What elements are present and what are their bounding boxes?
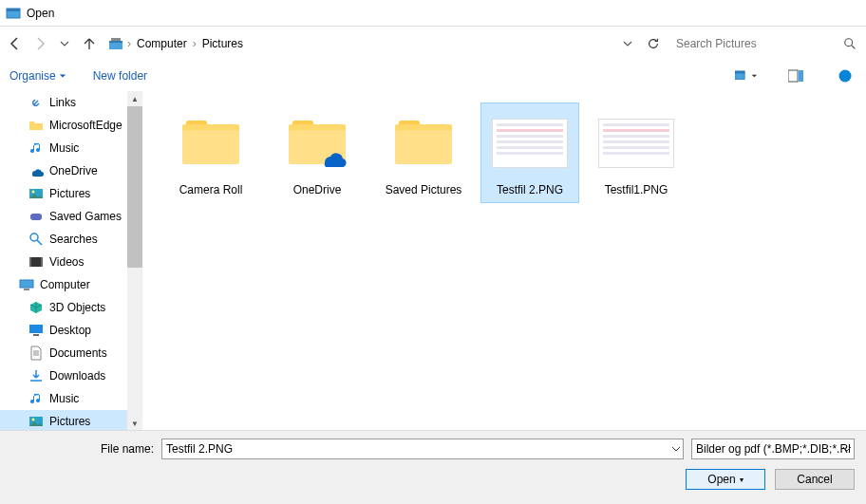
tree-item-searches[interactable]: Searches — [0, 228, 142, 251]
scroll-thumb[interactable] — [127, 106, 142, 268]
scroll-up-arrow[interactable]: ▲ — [127, 91, 142, 106]
tree-item-label: OneDrive — [49, 164, 98, 177]
item-label: Camera Roll — [179, 183, 243, 196]
item-label: OneDrive — [293, 183, 342, 196]
filename-value: Testfil 2.PNG — [166, 442, 233, 456]
tree-item-pictures[interactable]: Pictures — [0, 182, 142, 205]
tree-item-music[interactable]: Music — [0, 387, 142, 410]
file-item[interactable]: Saved Pictures — [374, 103, 473, 203]
svg-rect-3 — [109, 41, 122, 43]
tree-item-label: MicrosoftEdge — [49, 119, 122, 132]
tree-item-links[interactable]: Links — [0, 91, 142, 114]
location-icon — [108, 36, 123, 51]
recent-locations-dropdown[interactable] — [55, 34, 74, 53]
search-box[interactable] — [670, 32, 860, 55]
address-dropdown-icon[interactable] — [623, 39, 632, 48]
videos-icon — [28, 254, 44, 270]
up-button[interactable] — [80, 34, 99, 53]
organise-label: Organise — [9, 69, 56, 83]
item-thumbnail — [279, 109, 355, 177]
window-title: Open — [27, 7, 54, 20]
scroll-down-arrow[interactable]: ▼ — [127, 416, 142, 431]
svg-point-11 — [839, 70, 852, 83]
refresh-button[interactable] — [642, 32, 665, 55]
dialog-footer: File name: Testfil 2.PNG Bilder og pdf (… — [0, 430, 866, 504]
filetype-value: Bilder og pdf (*.BMP;*.DIB;*.RLE — [696, 442, 850, 456]
breadcrumb-bar[interactable]: › Computer › Pictures — [104, 32, 636, 55]
tree-item-label: Computer — [40, 278, 90, 291]
item-thumbnail — [492, 109, 568, 177]
file-item[interactable]: Testfil1.PNG — [587, 103, 686, 203]
tree-item-pictures[interactable]: Pictures — [0, 410, 142, 431]
sidebar-scrollbar[interactable]: ▲ ▼ — [127, 91, 142, 431]
pictures-icon — [28, 186, 44, 201]
app-icon — [6, 6, 21, 21]
tree-item-label: Music — [49, 141, 79, 155]
organise-menu[interactable]: Organise — [9, 69, 66, 83]
svg-rect-23 — [33, 334, 39, 336]
open-button[interactable]: Open ▾ — [686, 469, 765, 490]
tree-item-onedrive[interactable]: OneDrive — [0, 159, 142, 182]
tree-item-microsoftedge[interactable]: MicrosoftEdge — [0, 114, 142, 137]
cancel-button[interactable]: Cancel — [775, 469, 855, 490]
file-item[interactable]: OneDrive — [268, 103, 367, 203]
view-options-button[interactable] — [735, 66, 758, 85]
svg-rect-22 — [29, 325, 43, 333]
desktop-icon — [28, 323, 44, 338]
tree-item-downloads[interactable]: Downloads — [0, 364, 142, 387]
title-bar: Open — [0, 0, 866, 27]
filename-combo[interactable]: Testfil 2.PNG — [161, 439, 684, 459]
file-list[interactable]: Camera RollOneDriveSaved PicturesTestfil… — [142, 91, 866, 431]
chevron-down-icon[interactable] — [671, 444, 681, 454]
item-thumbnail — [173, 109, 249, 177]
help-button[interactable] — [834, 66, 857, 85]
tree-item-3d-objects[interactable]: 3D Objects — [0, 296, 142, 319]
search-input[interactable] — [676, 37, 855, 50]
breadcrumb-computer[interactable]: Computer — [135, 37, 189, 50]
chevron-down-icon[interactable] — [842, 444, 852, 454]
tree-item-music[interactable]: Music — [0, 137, 142, 159]
tree-item-desktop[interactable]: Desktop — [0, 319, 142, 342]
search-icon — [28, 232, 44, 247]
breadcrumb-pictures[interactable]: Pictures — [200, 37, 245, 50]
tree-item-computer[interactable]: Computer — [0, 273, 142, 296]
file-item[interactable]: Testfil 2.PNG — [480, 103, 579, 203]
split-dropdown-icon[interactable]: ▾ — [740, 476, 744, 484]
tree-item-videos[interactable]: Videos — [0, 251, 142, 273]
file-item[interactable]: Camera Roll — [161, 103, 260, 203]
tree-item-label: Searches — [49, 233, 98, 246]
filename-label: File name: — [101, 442, 154, 456]
tree-item-documents[interactable]: Documents — [0, 342, 142, 364]
svg-point-5 — [845, 39, 853, 47]
item-label: Saved Pictures — [386, 183, 462, 196]
navigation-tree: LinksMicrosoftEdgeMusicOneDrivePicturesS… — [0, 91, 142, 431]
tree-item-label: Pictures — [49, 187, 90, 200]
documents-icon — [28, 345, 44, 361]
downloads-icon — [28, 368, 44, 383]
forward-button[interactable] — [30, 34, 49, 53]
tree-item-label: Pictures — [49, 415, 90, 428]
svg-line-6 — [852, 46, 856, 49]
filetype-combo[interactable]: Bilder og pdf (*.BMP;*.DIB;*.RLE — [691, 439, 855, 459]
svg-rect-14 — [30, 214, 42, 220]
open-label: Open — [707, 473, 735, 486]
back-button[interactable] — [6, 34, 25, 53]
folder-icon — [28, 118, 44, 133]
svg-rect-10 — [799, 70, 803, 82]
svg-point-13 — [32, 191, 35, 194]
pictures-icon — [28, 414, 44, 429]
tree-item-label: Documents — [49, 346, 107, 360]
svg-rect-4 — [111, 38, 121, 41]
svg-point-15 — [30, 233, 38, 241]
new-folder-button[interactable]: New folder — [93, 69, 147, 83]
tree-item-saved-games[interactable]: Saved Games — [0, 205, 142, 228]
chevron-right-icon[interactable]: › — [193, 37, 197, 50]
main-area: LinksMicrosoftEdgeMusicOneDrivePicturesS… — [0, 91, 866, 431]
tree-item-label: Music — [49, 392, 79, 405]
chevron-right-icon[interactable]: › — [127, 37, 131, 50]
svg-rect-20 — [20, 280, 33, 288]
svg-rect-9 — [788, 70, 798, 82]
item-thumbnail — [598, 109, 674, 177]
preview-pane-button[interactable] — [784, 66, 807, 85]
svg-rect-17 — [29, 257, 43, 267]
